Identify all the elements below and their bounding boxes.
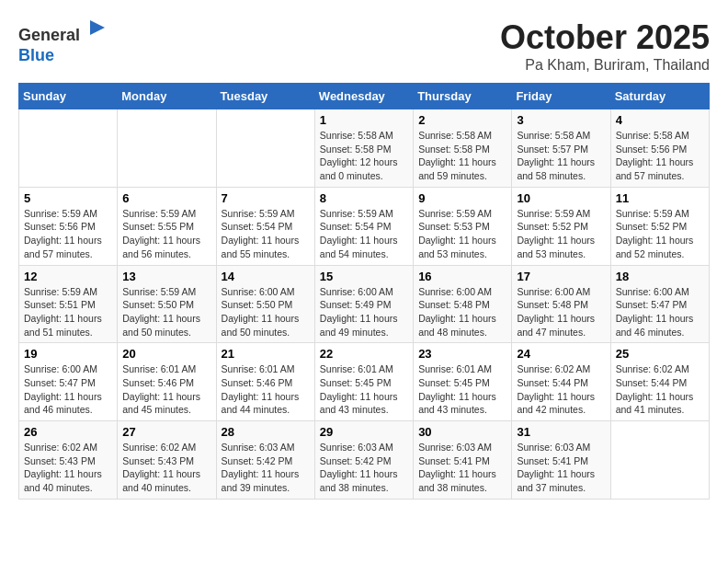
day-info: Sunrise: 5:59 AMSunset: 5:50 PMDaylight:… — [122, 285, 210, 339]
day-info: Sunrise: 6:02 AMSunset: 5:43 PMDaylight:… — [122, 441, 210, 495]
day-info: Sunrise: 6:00 AMSunset: 5:50 PMDaylight:… — [222, 285, 310, 339]
day-number: 2 — [418, 113, 506, 127]
day-info: Sunrise: 5:58 AMSunset: 5:58 PMDaylight:… — [418, 129, 506, 183]
table-row: 20Sunrise: 6:01 AMSunset: 5:46 PMDayligh… — [118, 343, 216, 421]
table-row: 11Sunrise: 5:59 AMSunset: 5:52 PMDayligh… — [610, 187, 709, 265]
logo-blue-text: Blue — [18, 46, 54, 64]
day-info: Sunrise: 6:00 AMSunset: 5:48 PMDaylight:… — [517, 285, 605, 339]
table-row — [19, 109, 118, 188]
location-subtitle: Pa Kham, Buriram, Thailand — [500, 57, 710, 74]
header-saturday: Saturday — [610, 84, 709, 109]
day-number: 24 — [517, 347, 605, 361]
table-row — [610, 421, 709, 500]
day-number: 1 — [320, 113, 408, 127]
day-info: Sunrise: 6:02 AMSunset: 5:44 PMDaylight:… — [517, 362, 605, 417]
table-row: 9Sunrise: 5:59 AMSunset: 5:53 PMDaylight… — [414, 187, 512, 265]
day-number: 17 — [517, 270, 605, 283]
day-info: Sunrise: 5:59 AMSunset: 5:54 PMDaylight:… — [222, 207, 310, 261]
day-info: Sunrise: 5:58 AMSunset: 5:58 PMDaylight:… — [320, 129, 408, 183]
day-info: Sunrise: 5:58 AMSunset: 5:56 PMDaylight:… — [616, 129, 704, 183]
day-number: 31 — [517, 425, 605, 439]
header-sunday: Sunday — [19, 84, 118, 109]
table-row: 14Sunrise: 6:00 AMSunset: 5:50 PMDayligh… — [216, 265, 314, 343]
day-info: Sunrise: 5:59 AMSunset: 5:53 PMDaylight:… — [418, 207, 506, 261]
table-row: 6Sunrise: 5:59 AMSunset: 5:55 PMDaylight… — [118, 187, 216, 265]
day-info: Sunrise: 6:02 AMSunset: 5:43 PMDaylight:… — [24, 441, 112, 495]
day-number: 20 — [122, 347, 210, 361]
table-row: 24Sunrise: 6:02 AMSunset: 5:44 PMDayligh… — [512, 343, 610, 421]
day-number: 27 — [122, 425, 210, 439]
table-row: 13Sunrise: 5:59 AMSunset: 5:50 PMDayligh… — [118, 265, 216, 343]
week-row-1: 1Sunrise: 5:58 AMSunset: 5:58 PMDaylight… — [19, 109, 710, 188]
table-row: 23Sunrise: 6:01 AMSunset: 5:45 PMDayligh… — [414, 343, 512, 421]
header-thursday: Thursday — [414, 84, 512, 109]
day-number: 30 — [418, 425, 506, 439]
table-row: 8Sunrise: 5:59 AMSunset: 5:54 PMDaylight… — [314, 187, 413, 265]
day-info: Sunrise: 5:59 AMSunset: 5:52 PMDaylight:… — [517, 207, 605, 261]
week-row-5: 26Sunrise: 6:02 AMSunset: 5:43 PMDayligh… — [19, 421, 710, 500]
day-number: 18 — [616, 270, 704, 283]
header-wednesday: Wednesday — [314, 84, 413, 109]
table-row: 15Sunrise: 6:00 AMSunset: 5:49 PMDayligh… — [314, 265, 413, 343]
header-monday: Monday — [118, 84, 216, 109]
calendar-table: SundayMondayTuesdayWednesdayThursdayFrid… — [18, 83, 710, 500]
header-friday: Friday — [512, 84, 610, 109]
table-row: 12Sunrise: 5:59 AMSunset: 5:51 PMDayligh… — [19, 265, 118, 343]
day-number: 26 — [24, 425, 112, 439]
table-row: 17Sunrise: 6:00 AMSunset: 5:48 PMDayligh… — [512, 265, 610, 343]
week-row-2: 5Sunrise: 5:59 AMSunset: 5:56 PMDaylight… — [19, 187, 710, 265]
table-row: 4Sunrise: 5:58 AMSunset: 5:56 PMDaylight… — [610, 109, 709, 188]
day-number: 12 — [24, 270, 112, 283]
table-row: 7Sunrise: 5:59 AMSunset: 5:54 PMDaylight… — [216, 187, 314, 265]
table-row: 28Sunrise: 6:03 AMSunset: 5:42 PMDayligh… — [216, 421, 314, 500]
day-info: Sunrise: 6:00 AMSunset: 5:47 PMDaylight:… — [616, 285, 704, 339]
day-number: 29 — [320, 425, 408, 439]
day-number: 8 — [320, 191, 408, 205]
day-number: 13 — [122, 270, 210, 283]
day-number: 14 — [222, 270, 310, 283]
day-info: Sunrise: 6:03 AMSunset: 5:42 PMDaylight:… — [320, 441, 408, 495]
day-number: 6 — [122, 191, 210, 205]
day-info: Sunrise: 5:59 AMSunset: 5:55 PMDaylight:… — [122, 207, 210, 261]
day-number: 16 — [418, 270, 506, 283]
day-info: Sunrise: 6:00 AMSunset: 5:49 PMDaylight:… — [320, 285, 408, 339]
table-row: 26Sunrise: 6:02 AMSunset: 5:43 PMDayligh… — [19, 421, 118, 500]
page-header: General Blue October 2025 Pa Kham, Burir… — [18, 18, 710, 74]
table-row: 22Sunrise: 6:01 AMSunset: 5:45 PMDayligh… — [314, 343, 413, 421]
day-number: 5 — [24, 191, 112, 205]
day-info: Sunrise: 6:00 AMSunset: 5:47 PMDaylight:… — [24, 362, 112, 417]
day-number: 23 — [418, 347, 506, 361]
day-info: Sunrise: 5:59 AMSunset: 5:51 PMDaylight:… — [24, 285, 112, 339]
logo: General Blue — [18, 18, 108, 65]
logo-general-text: General — [18, 26, 80, 44]
day-info: Sunrise: 6:02 AMSunset: 5:44 PMDaylight:… — [616, 362, 704, 417]
day-info: Sunrise: 5:58 AMSunset: 5:57 PMDaylight:… — [517, 129, 605, 183]
svg-marker-0 — [90, 20, 105, 35]
table-row: 31Sunrise: 6:03 AMSunset: 5:41 PMDayligh… — [512, 421, 610, 500]
day-number: 28 — [222, 425, 310, 439]
day-number: 7 — [222, 191, 310, 205]
table-row: 3Sunrise: 5:58 AMSunset: 5:57 PMDaylight… — [512, 109, 610, 188]
day-info: Sunrise: 5:59 AMSunset: 5:52 PMDaylight:… — [616, 207, 704, 261]
table-row: 30Sunrise: 6:03 AMSunset: 5:41 PMDayligh… — [414, 421, 512, 500]
logo-flag-icon — [86, 18, 108, 40]
day-info: Sunrise: 6:01 AMSunset: 5:45 PMDaylight:… — [320, 362, 408, 417]
weekday-header-row: SundayMondayTuesdayWednesdayThursdayFrid… — [19, 84, 710, 109]
day-info: Sunrise: 5:59 AMSunset: 5:56 PMDaylight:… — [24, 207, 112, 261]
day-number: 9 — [418, 191, 506, 205]
day-info: Sunrise: 6:03 AMSunset: 5:42 PMDaylight:… — [222, 441, 310, 495]
week-row-4: 19Sunrise: 6:00 AMSunset: 5:47 PMDayligh… — [19, 343, 710, 421]
day-info: Sunrise: 6:01 AMSunset: 5:45 PMDaylight:… — [418, 362, 506, 417]
day-info: Sunrise: 6:03 AMSunset: 5:41 PMDaylight:… — [418, 441, 506, 495]
day-number: 3 — [517, 113, 605, 127]
day-info: Sunrise: 6:01 AMSunset: 5:46 PMDaylight:… — [222, 362, 310, 417]
table-row: 21Sunrise: 6:01 AMSunset: 5:46 PMDayligh… — [216, 343, 314, 421]
table-row: 1Sunrise: 5:58 AMSunset: 5:58 PMDaylight… — [314, 109, 413, 188]
day-number: 15 — [320, 270, 408, 283]
table-row: 5Sunrise: 5:59 AMSunset: 5:56 PMDaylight… — [19, 187, 118, 265]
day-number: 25 — [616, 347, 704, 361]
table-row: 16Sunrise: 6:00 AMSunset: 5:48 PMDayligh… — [414, 265, 512, 343]
table-row: 18Sunrise: 6:00 AMSunset: 5:47 PMDayligh… — [610, 265, 709, 343]
table-row: 27Sunrise: 6:02 AMSunset: 5:43 PMDayligh… — [118, 421, 216, 500]
table-row: 10Sunrise: 5:59 AMSunset: 5:52 PMDayligh… — [512, 187, 610, 265]
